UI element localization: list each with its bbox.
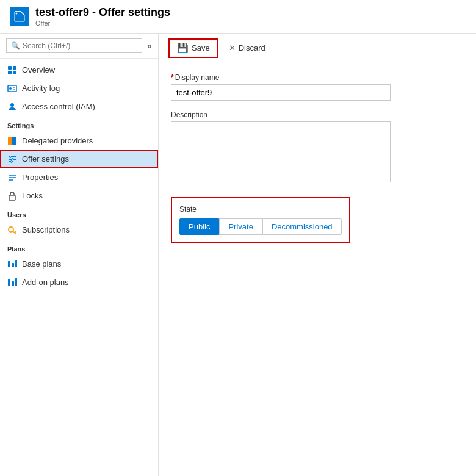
- discard-label: Discard: [239, 43, 265, 52]
- svg-point-16: [12, 158, 14, 160]
- page-subtitle: Offer: [35, 20, 170, 27]
- iam-icon: [7, 102, 17, 112]
- form-body: * Display name Description State Public …: [159, 63, 476, 476]
- state-buttons: Public Private Decommissioned: [179, 218, 342, 235]
- sidebar-item-offer-settings[interactable]: Offer settings: [0, 150, 158, 168]
- state-label: State: [179, 205, 342, 214]
- offer-settings-icon: [7, 154, 17, 164]
- sidebar-item-offer-settings-label: Offer settings: [22, 154, 69, 164]
- display-name-input[interactable]: [171, 84, 391, 101]
- sidebar-item-activity-log-label: Activity log: [22, 84, 60, 93]
- toolbar: 💾 Save ✕ Discard: [159, 34, 476, 63]
- svg-rect-10: [8, 137, 12, 145]
- svg-rect-28: [8, 279, 10, 286]
- sidebar-item-base-plans-label: Base plans: [22, 259, 61, 269]
- svg-rect-27: [15, 260, 17, 267]
- overview-icon: [7, 65, 17, 75]
- page-title: test-offer9 - Offer settings: [35, 6, 170, 20]
- sidebar-item-properties-label: Properties: [22, 173, 58, 182]
- description-input[interactable]: [171, 121, 391, 182]
- svg-rect-3: [8, 71, 12, 74]
- state-section: State Public Private Decommissioned: [171, 197, 350, 243]
- sidebar-item-addon-plans[interactable]: Add-on plans: [0, 273, 158, 292]
- sidebar-item-properties[interactable]: Properties: [0, 168, 158, 187]
- sidebar-item-access-control-label: Access control (IAM): [22, 102, 95, 111]
- state-group: State Public Private Decommissioned: [171, 194, 464, 243]
- sidebar-item-subscriptions-label: Subscriptions: [22, 225, 70, 234]
- svg-point-17: [11, 160, 13, 162]
- svg-rect-25: [8, 261, 10, 267]
- svg-rect-11: [12, 137, 16, 145]
- sidebar-item-delegated-label: Delegated providers: [22, 136, 93, 145]
- description-group: Description: [171, 110, 464, 184]
- content-area: 💾 Save ✕ Discard * Display name Descript…: [159, 34, 476, 476]
- activity-log-icon: [7, 84, 17, 93]
- sidebar-nav: Overview Activity log: [0, 59, 158, 476]
- section-settings-label: Settings: [0, 116, 158, 132]
- section-plans-label: Plans: [0, 239, 158, 255]
- svg-rect-1: [8, 66, 12, 70]
- svg-rect-29: [12, 281, 14, 286]
- svg-rect-4: [13, 71, 16, 74]
- svg-point-6: [9, 87, 12, 90]
- header-text: test-offer9 - Offer settings Offer: [35, 6, 170, 27]
- delegated-icon: [7, 136, 17, 146]
- sidebar-item-subscriptions[interactable]: Subscriptions: [0, 221, 158, 239]
- description-label: Description: [171, 110, 464, 119]
- state-public-button[interactable]: Public: [179, 218, 219, 235]
- svg-rect-26: [12, 263, 14, 267]
- display-name-label: * Display name: [171, 73, 464, 82]
- addon-plans-icon: [7, 278, 17, 287]
- sidebar-item-locks-label: Locks: [22, 191, 43, 200]
- discard-button[interactable]: ✕ Discard: [221, 40, 273, 56]
- section-users-label: Users: [0, 205, 158, 221]
- page-icon: [10, 7, 29, 26]
- properties-icon: [7, 173, 17, 182]
- display-name-group: * Display name: [171, 73, 464, 101]
- state-decommissioned-button[interactable]: Decommissioned: [262, 218, 342, 235]
- sidebar-item-activity-log[interactable]: Activity log: [0, 79, 158, 98]
- sidebar-item-delegated-providers[interactable]: Delegated providers: [0, 132, 158, 150]
- sidebar-item-overview-label: Overview: [22, 65, 55, 74]
- svg-rect-30: [15, 278, 17, 286]
- svg-rect-21: [9, 195, 15, 200]
- svg-point-22: [9, 227, 13, 232]
- svg-rect-2: [13, 66, 16, 70]
- sidebar-item-locks[interactable]: Locks: [0, 187, 158, 205]
- base-plans-icon: [7, 259, 17, 269]
- search-icon: 🔍: [11, 41, 20, 50]
- sidebar: 🔍 « Overview: [0, 34, 159, 476]
- save-icon: 💾: [177, 43, 189, 54]
- search-container: 🔍 «: [0, 34, 158, 59]
- required-indicator: *: [171, 73, 174, 82]
- search-input[interactable]: [6, 38, 142, 53]
- sidebar-item-overview[interactable]: Overview: [0, 61, 158, 79]
- svg-line-24: [15, 231, 16, 233]
- sidebar-item-base-plans[interactable]: Base plans: [0, 255, 158, 273]
- page-header: test-offer9 - Offer settings Offer: [0, 0, 476, 34]
- key-icon: [7, 225, 17, 235]
- save-button[interactable]: 💾 Save: [168, 38, 218, 58]
- sidebar-item-access-control[interactable]: Access control (IAM): [0, 98, 158, 116]
- state-private-button[interactable]: Private: [219, 218, 262, 235]
- save-label: Save: [192, 43, 210, 52]
- collapse-sidebar-button[interactable]: «: [147, 41, 152, 51]
- svg-point-0: [16, 12, 18, 14]
- sidebar-item-addon-plans-label: Add-on plans: [22, 278, 69, 287]
- svg-point-9: [10, 103, 14, 107]
- discard-icon: ✕: [229, 43, 236, 52]
- svg-point-15: [10, 156, 12, 157]
- lock-icon: [7, 191, 17, 201]
